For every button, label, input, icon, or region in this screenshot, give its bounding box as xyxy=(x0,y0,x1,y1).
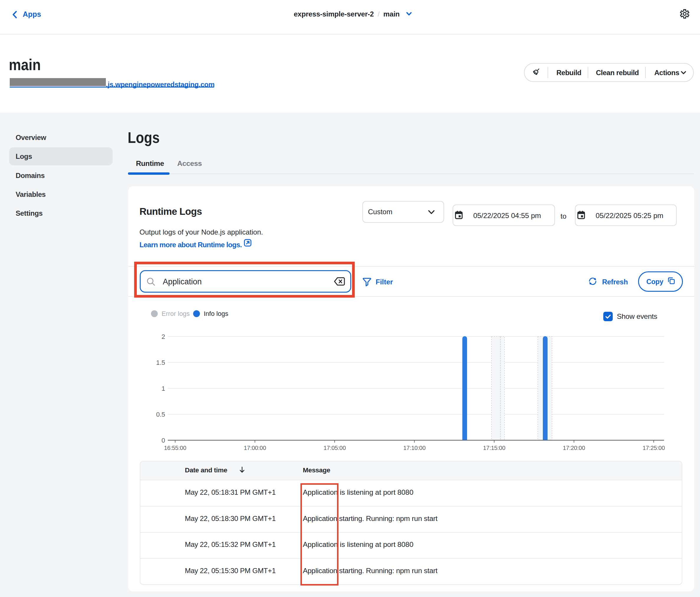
svg-text:0: 0 xyxy=(161,437,165,444)
svg-text:1.5: 1.5 xyxy=(156,359,165,366)
svg-text:0.5: 0.5 xyxy=(156,411,165,418)
svg-text:17:00:00: 17:00:00 xyxy=(244,445,266,451)
svg-text:17:25:00: 17:25:00 xyxy=(643,445,665,451)
svg-text:16:55:00: 16:55:00 xyxy=(164,445,186,451)
svg-text:17:15:00: 17:15:00 xyxy=(483,445,505,451)
svg-text:2: 2 xyxy=(161,333,165,340)
svg-text:17:20:00: 17:20:00 xyxy=(563,445,585,451)
svg-text:17:10:00: 17:10:00 xyxy=(403,445,426,451)
svg-text:17:05:00: 17:05:00 xyxy=(323,445,346,451)
svg-text:1: 1 xyxy=(161,385,165,392)
